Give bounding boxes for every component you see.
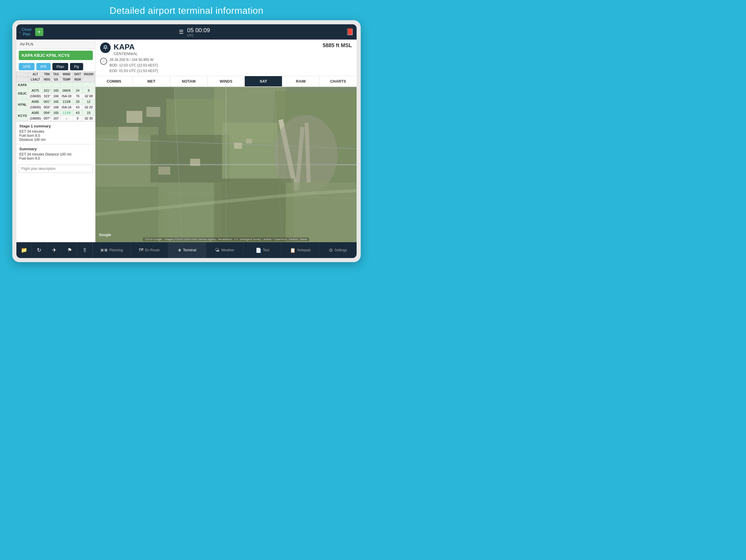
svg-rect-17 <box>126 111 142 123</box>
table-subheader-hdg: HDG <box>42 77 52 82</box>
tab-winds[interactable]: WINDS <box>208 76 245 86</box>
flight-table: ALT TRK TAS WIND DIST 050200 LSALT HDG G… <box>17 72 95 121</box>
kcys-wind: 113/8 <box>60 110 73 116</box>
flight-plan-input[interactable] <box>19 51 93 60</box>
terminal-icon: ✈ <box>178 248 181 253</box>
tab-met[interactable]: MET <box>133 76 170 86</box>
nav-tab-planning[interactable]: ✖✖ Planning <box>93 242 131 258</box>
add-button[interactable]: + <box>35 28 43 36</box>
time-block: 05 00:09 UTC <box>187 27 210 37</box>
text-label: Text <box>263 248 269 252</box>
table-header-label <box>17 72 28 77</box>
tab-charts[interactable]: CHARTS <box>319 76 356 86</box>
kfnl-050200: 12 <box>82 99 95 105</box>
airport-logo-icon <box>100 43 111 53</box>
text-icon: 📄 <box>256 248 261 253</box>
map-area: Google ©2019 Google – Imagery ©2019 USDA… <box>95 87 356 242</box>
table-subheader-temp: TEMP <box>60 77 73 82</box>
tab-notam[interactable]: NOTAM <box>170 76 208 86</box>
summary-line1: EET 34 minutes Distance 100 nm <box>19 152 92 157</box>
tablet-inner: ‹ Close Plan + ☰ 05 00:09 UTC 📕 <box>17 24 356 258</box>
kfnl-tas: 165 <box>52 99 60 105</box>
nav-left-buttons: 📁 ↻ ✈ ⚑ ⇧ <box>17 242 93 258</box>
svg-rect-19 <box>119 127 139 141</box>
nav-tab-settings[interactable]: ⚙ Settings <box>319 242 356 258</box>
kfnl-label: KFNL <box>17 99 28 110</box>
airport-full-name: CENTENNIAL <box>114 52 138 56</box>
kbjc-wind: 066/6 <box>60 88 73 93</box>
table-header-tas: TAS <box>52 72 60 77</box>
nav-tab-notepad[interactable]: 📋 Notepad <box>281 242 319 258</box>
right-panel: KAPA CENTENNIAL 5885 ft MSL ☉ 39 34.200 … <box>95 39 356 242</box>
plan-button[interactable]: Plan <box>52 63 68 70</box>
fly-button[interactable]: Fly <box>70 63 83 70</box>
stage-fuel: Fuel burn 8.0 <box>19 134 92 138</box>
notepad-icon: 📋 <box>290 248 296 253</box>
nav-tab-terminal[interactable]: ✈ Terminal <box>168 242 206 258</box>
chevron-left-icon: ‹ <box>19 30 21 34</box>
nav-tab-enroute[interactable]: 🗺 En Route <box>131 242 168 258</box>
table-subheader-lsalt: LSALT <box>28 77 42 82</box>
table-header-alt: ALT <box>28 72 42 77</box>
table-header-trk: TRK <box>42 72 52 77</box>
airport-coords-block: 39 34.200 N / 104 50.950 W BOD: 12:03 UT… <box>110 57 158 74</box>
airport-info: KAPA CENTENNIAL 5885 ft MSL ☉ 39 34.200 … <box>95 39 356 76</box>
hamburger-icon[interactable]: ☰ <box>179 29 183 35</box>
book-icon[interactable]: 📕 <box>346 28 354 36</box>
tab-comms[interactable]: COMMS <box>95 76 133 86</box>
svg-rect-28 <box>234 143 242 148</box>
sidebar: AV-PLN VFR IFR Plan Fly ALT TRK <box>17 39 95 242</box>
description-input[interactable] <box>19 165 93 173</box>
stage-summary: Stage 1 summary EET 34 minutes Fuel burn… <box>17 121 95 144</box>
kapa-wind <box>60 82 73 88</box>
close-plan-text: Close Plan <box>22 27 31 36</box>
table-header-050200: 050200 <box>82 72 95 77</box>
kapa-050200 <box>82 82 95 88</box>
nav-tab-weather[interactable]: 🌤 Weather <box>206 242 244 258</box>
kfnl-trk: 001° <box>42 99 52 105</box>
upload-button[interactable]: ⇧ <box>77 242 92 258</box>
vfr-button[interactable]: VFR <box>19 63 34 70</box>
ifr-button[interactable]: IFR <box>36 63 51 70</box>
nav-right-tabs: ✖✖ Planning 🗺 En Route ✈ Terminal 🌤 Weat… <box>93 242 356 258</box>
flag-button[interactable]: ⚑ <box>62 242 77 258</box>
refresh-button[interactable]: ↻ <box>32 242 47 258</box>
kbjc-hdg: 323° <box>42 93 52 99</box>
notepad-label: Notepad <box>297 248 310 252</box>
tab-raim[interactable]: RAIM <box>282 76 320 86</box>
summary-title: Summary <box>19 147 92 151</box>
kbjc-rem: 76 <box>73 93 82 99</box>
time-display: 05 00:09 <box>187 27 210 34</box>
kbjc-lsalt: (16600) <box>28 93 42 99</box>
kbjc-gs: 166 <box>52 93 60 99</box>
planning-icon: ✖✖ <box>100 248 108 253</box>
table-header-dist: DIST <box>73 72 82 77</box>
svg-rect-30 <box>190 159 200 166</box>
kbjc-050200: 9 <box>82 88 95 93</box>
kbjc-temp: ISA-18 <box>60 93 73 99</box>
kcys-label: KCYS <box>17 110 28 121</box>
kfnl-wind: 113/8 <box>60 99 73 105</box>
kbjc-tas: 165 <box>52 88 60 93</box>
planning-label: Planning <box>109 248 123 252</box>
tablet-frame: ‹ Close Plan + ☰ 05 00:09 UTC 📕 <box>12 20 361 262</box>
header-center: ☰ 05 00:09 UTC <box>43 27 346 37</box>
header-left-controls: ‹ Close Plan + <box>19 27 43 36</box>
nav-tab-text[interactable]: 📄 Text <box>243 242 281 258</box>
kapa-dist <box>73 82 82 88</box>
stage-summary-title: Stage 1 summary <box>19 124 92 128</box>
airport-left: KAPA CENTENNIAL <box>100 43 138 56</box>
folder-button[interactable]: 📁 <box>17 242 32 258</box>
tab-sat[interactable]: SAT <box>245 76 282 86</box>
map-copyright: ©2019 Google – Imagery ©2019 USDA Farm S… <box>143 237 309 241</box>
back-button[interactable]: ‹ Close Plan <box>19 27 32 36</box>
svg-rect-18 <box>146 107 161 117</box>
settings-label: Settings <box>334 248 347 252</box>
svg-rect-25 <box>159 183 222 242</box>
kfnl-dist: 33 <box>73 99 82 105</box>
top-header: ‹ Close Plan + ☰ 05 00:09 UTC 📕 <box>17 24 356 39</box>
plane-button[interactable]: ✈ <box>47 242 62 258</box>
table-subheader-rem: REM <box>73 77 82 82</box>
header-right: 📕 <box>346 28 354 36</box>
airport-eod: EOD: 01:53 UTC (11:53 AEST) <box>110 68 158 74</box>
